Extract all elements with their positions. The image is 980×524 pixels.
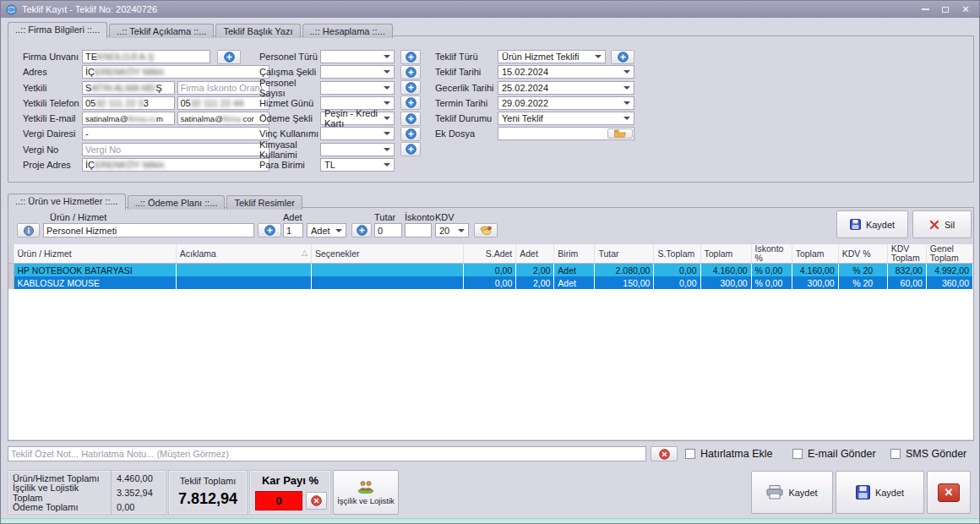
birim-select[interactable]: Adet [307, 223, 346, 237]
minimize-button[interactable] [920, 4, 930, 14]
table-cell[interactable]: 2.080,00 [595, 264, 654, 277]
personel-add-button[interactable] [400, 96, 421, 110]
maximize-button[interactable] [940, 4, 950, 14]
urun-add-button[interactable] [258, 223, 281, 237]
grid-header-adet[interactable]: Adet [516, 244, 554, 264]
yetkili-telefon2-field[interactable]: 0532 111 22 44 [177, 96, 270, 110]
personel-add-button[interactable] [400, 50, 421, 64]
table-cell[interactable]: 2,00 [516, 264, 554, 277]
hatirlatma-ekle-checkbox[interactable]: Hatırlatma Ekle [685, 448, 772, 460]
yetkili-telefon1-field[interactable]: 0532 111 22 33 [82, 96, 175, 110]
table-cell[interactable]: KABLOSUZ MOUSE [14, 276, 176, 289]
personel-row-select[interactable] [320, 127, 395, 140]
ek-dosya-browse-button[interactable] [607, 128, 633, 139]
row-sil-button[interactable]: Sil [912, 210, 972, 238]
table-cell[interactable]: 832,00 [887, 264, 926, 277]
ek-dosya-field[interactable] [498, 127, 634, 140]
table-cell[interactable] [176, 276, 311, 289]
grid-header-toplam[interactable]: Toplam [700, 244, 751, 264]
tab-hesaplama[interactable]: ..:: Hesaplama ::... [302, 24, 393, 38]
personel-add-button[interactable] [400, 80, 421, 95]
table-cell[interactable]: % 20 [838, 276, 887, 289]
table-cell[interactable] [176, 264, 311, 277]
grid-header-stoplam[interactable]: S.Toplam [654, 244, 700, 264]
personel-row-select[interactable]: Peşin - Kredi Kartı [320, 112, 395, 125]
grid-header-iskonto[interactable]: İskonto % [751, 244, 792, 264]
table-cell[interactable]: 4.160,00 [792, 264, 838, 277]
grid-header-secenekler[interactable]: Seçenekler [311, 244, 463, 264]
urun-info-button[interactable] [17, 223, 40, 237]
tab-urun-hizmetler[interactable]: ..:: Ürün ve Hizmetler ::... [8, 194, 126, 210]
grid-header-kdvtoplam[interactable]: KDV Toplam [887, 244, 926, 264]
price-add-button[interactable] [474, 223, 498, 237]
table-cell[interactable]: % 0,00 [751, 276, 792, 289]
personel-add-button[interactable] [400, 65, 421, 79]
tab-teklif-baslik-yazi[interactable]: Teklif Başlık Yazı [215, 24, 300, 38]
grid-header-aciklama[interactable]: Acıklama△ [176, 244, 311, 264]
teklif-turu-select[interactable]: Ürün Hizmet Teklifi [498, 50, 606, 63]
personel-row-select[interactable] [320, 81, 395, 95]
gecerlik-tarihi-select[interactable]: 25.02.2024 [498, 81, 634, 95]
firma-iskonto-orani-input[interactable] [177, 81, 270, 95]
kar-payi-clear-button[interactable] [306, 492, 327, 510]
table-cell[interactable]: % 0,00 [751, 264, 792, 277]
iscilik-lojistik-button[interactable]: İşçilik ve Lojistik [333, 470, 399, 515]
tab-firma-bilgileri[interactable]: ..:: Firma Bilgileri ::... [8, 22, 107, 39]
table-cell[interactable] [311, 276, 463, 289]
termin-tarihi-select[interactable]: 29.09.2022 [498, 96, 634, 110]
adet-add-button[interactable] [351, 223, 372, 237]
teklif-ozel-not-input[interactable] [8, 446, 646, 461]
tutar-input[interactable] [374, 223, 402, 237]
note-clear-button[interactable] [651, 446, 678, 461]
adet-input[interactable] [283, 223, 303, 237]
vergi-dairesi-input[interactable] [82, 127, 270, 140]
table-cell[interactable]: Adet [554, 264, 595, 277]
table-cell[interactable]: 0,00 [654, 264, 700, 277]
personel-add-button[interactable] [400, 142, 421, 156]
adres-field[interactable]: İÇERENKÖY MAH. [82, 65, 270, 79]
grid-header-geneltoplam[interactable]: Genel Toplam [926, 244, 972, 264]
row-kaydet-button[interactable]: Kaydet [836, 210, 908, 238]
table-cell[interactable]: 300,00 [792, 276, 838, 289]
teklif-durumu-select[interactable]: Yeni Teklif [498, 112, 634, 125]
yetkili-email2-field[interactable]: satinalma@firma.cor [177, 112, 270, 125]
table-cell[interactable]: 4.160,00 [700, 264, 751, 277]
tab-teklif-resimler[interactable]: Teklif Resimler [226, 195, 302, 210]
table-cell[interactable]: 2,00 [516, 276, 554, 289]
personel-row-select[interactable] [320, 50, 395, 63]
personel-row-select[interactable] [320, 65, 395, 79]
grid-header-toplam2[interactable]: Toplam [792, 244, 838, 264]
close-button[interactable]: × [961, 4, 971, 14]
iskonto-input[interactable] [405, 223, 432, 237]
tab-odeme-plani[interactable]: ..:: Ödeme Planı ::... [128, 195, 226, 210]
table-cell[interactable] [311, 264, 463, 277]
personel-row-select[interactable] [320, 143, 395, 156]
kar-payi-input[interactable]: 0 [255, 491, 302, 510]
proje-adres-field[interactable]: İÇERENKÖY MAH. [82, 158, 270, 172]
grid-header-kdv[interactable]: KDV % [838, 244, 887, 264]
vergi-no-input[interactable] [82, 143, 270, 156]
table-cell[interactable]: 60,00 [887, 276, 926, 289]
table-cell[interactable]: HP NOTEBOOK BATARYASI [14, 264, 176, 277]
tab-teklif-aciklama[interactable]: ..:: Teklif Açıklama ::... [109, 24, 214, 38]
yetkili-field[interactable]: SATIN ALMA MDŞ [82, 81, 175, 95]
table-cell[interactable]: 0,00 [464, 264, 516, 277]
table-cell[interactable]: 360,00 [926, 276, 972, 289]
table-cell[interactable]: 0,00 [464, 276, 516, 289]
yetkili-email1-field[interactable]: satinalma@firma.com [82, 112, 175, 125]
table-cell[interactable]: 4.992,00 [926, 264, 972, 277]
table-cell[interactable]: 150,00 [595, 276, 654, 289]
grid-header-sadet[interactable]: S.Adet [464, 244, 516, 264]
print-kaydet-button[interactable]: Kaydet [751, 471, 833, 514]
table-cell[interactable]: Adet [554, 276, 595, 289]
teklif-tarihi-select[interactable]: 15.02.2024 [498, 65, 634, 79]
table-cell[interactable]: 300,00 [700, 276, 751, 289]
kdv-select[interactable]: 20 [435, 223, 469, 237]
urun-hizmet-input[interactable] [43, 223, 254, 237]
close-form-button[interactable]: ✕ [927, 471, 971, 514]
firma-unvani-field[interactable]: TEKNOLOJİ A.Ş [82, 50, 210, 63]
personel-row-select[interactable]: TL [320, 158, 395, 172]
table-row[interactable]: KABLOSUZ MOUSE0,002,00Adet150,000,00300,… [8, 276, 973, 289]
sms-gonder-checkbox[interactable]: SMS Gönder [890, 448, 966, 460]
personel-add-button[interactable] [400, 112, 421, 126]
